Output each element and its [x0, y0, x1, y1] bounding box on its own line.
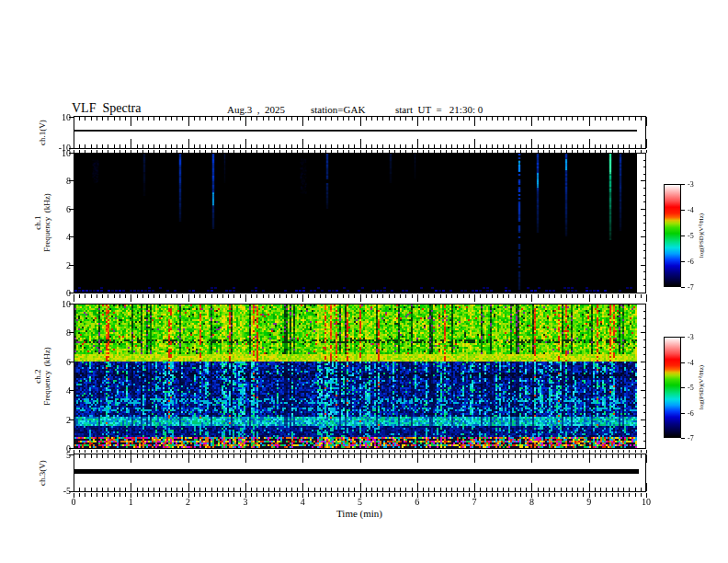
header-start-ut: start UT = 21:30: 0 — [395, 104, 483, 115]
header-station: station=GAK — [311, 104, 365, 115]
panel-ch1-voltage — [74, 116, 646, 149]
spec1-tick-label: 6 — [47, 203, 71, 213]
ch3-tick-label: -5 — [47, 486, 71, 496]
spec2-tick-label: 10 — [47, 299, 71, 309]
colorbar-tick-label: -5 — [688, 384, 694, 392]
colorbar-tick-label: -7 — [688, 283, 694, 292]
ch1v-tick-label: 10 — [47, 112, 71, 122]
colorbar-tick-label: -3 — [688, 180, 694, 189]
colorbar-ch2-gradient — [665, 338, 680, 437]
time-tick-label: 2 — [186, 497, 190, 507]
colorbar-tick-label: -6 — [688, 409, 694, 418]
spec2-tick-label: 2 — [47, 414, 71, 424]
spec2-tick-label: 6 — [47, 356, 71, 366]
ch1-voltage-trace — [74, 130, 637, 132]
time-axis-title: Time (min) — [336, 508, 382, 519]
colorbar-ch1-title: log(PSD)(V²/Hz) — [698, 213, 705, 258]
time-tick-label: 4 — [301, 497, 305, 507]
vlf-spectra-figure: VLF Spectra Aug.3 , 2025 station=GAK sta… — [0, 0, 728, 563]
time-tick-label: 9 — [586, 497, 591, 507]
colorbar-tick-label: -7 — [688, 434, 694, 442]
spec1-tick-label: 8 — [47, 176, 71, 186]
spec1-tick-label: 0 — [47, 288, 71, 298]
page-title: VLF Spectra — [72, 101, 141, 116]
colorbar-ch1 — [664, 184, 681, 287]
colorbar-ch2-title: log(PSD)(V²/Hz) — [698, 365, 705, 409]
time-tick-label: 5 — [358, 497, 362, 507]
panel-ch3-voltage — [74, 454, 646, 492]
colorbar-tick-label: -4 — [688, 359, 694, 367]
colorbar-ch2 — [664, 337, 681, 438]
ch3-voltage-axis-title: ch.3(V) — [38, 460, 47, 486]
panel-ch2-spectrogram — [74, 304, 646, 449]
header-date: Aug.3 , 2025 — [227, 104, 285, 115]
ch1v-tick-label: -10 — [47, 143, 71, 153]
spec1-tick-label: 4 — [47, 232, 71, 242]
ch3-tick-label: 5 — [47, 450, 71, 460]
colorbar-tick-label: -5 — [688, 232, 694, 240]
time-tick-label: 3 — [243, 497, 247, 507]
ch2-spectrogram-canvas — [74, 304, 637, 448]
ch1-spectrogram-canvas — [74, 154, 637, 293]
spec1-tick-label: 2 — [47, 259, 71, 270]
time-tick-label: 10 — [642, 497, 651, 507]
panel-ch1-spectrogram — [74, 153, 646, 293]
time-tick-label: 6 — [415, 497, 419, 507]
time-tick-label: 0 — [72, 497, 76, 507]
time-tick-label: 1 — [129, 497, 133, 507]
time-tick-label: 8 — [529, 497, 534, 507]
colorbar-tick-label: -3 — [688, 333, 694, 341]
time-tick-label: 7 — [472, 497, 477, 507]
colorbar-tick-label: -6 — [688, 258, 694, 266]
spec2-tick-label: 4 — [47, 385, 71, 396]
ch1-frequency-axis-title: ch.1 Frequency (kHz) — [33, 193, 51, 251]
spec2-tick-label: 8 — [47, 327, 71, 338]
ch1-voltage-axis-title: ch.1(V) — [38, 120, 47, 145]
colorbar-ch1-gradient — [665, 185, 680, 286]
colorbar-tick-label: -4 — [688, 206, 694, 214]
ch3-signal-band — [74, 469, 639, 474]
